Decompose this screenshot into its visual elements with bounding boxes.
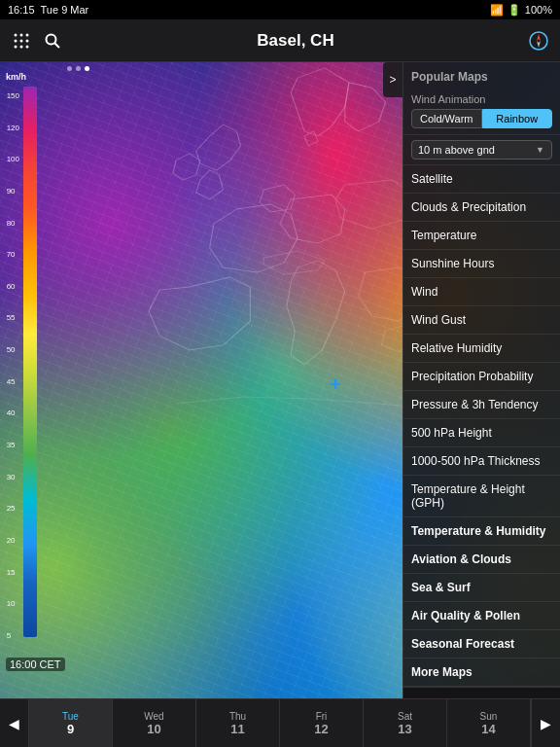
svg-point-6 bbox=[15, 45, 18, 48]
svg-point-5 bbox=[26, 39, 29, 42]
legend-val-35: 35 bbox=[7, 441, 19, 449]
legend-val-150: 150 bbox=[7, 91, 19, 100]
map-item-sunshine[interactable]: Sunshine Hours bbox=[403, 250, 560, 278]
svg-marker-13 bbox=[537, 41, 541, 48]
map-time-label: 16:00 CET bbox=[6, 658, 65, 671]
legend-val-60: 60 bbox=[7, 282, 19, 291]
timeline-day-tue[interactable]: Tue 9 bbox=[29, 699, 113, 747]
legend-val-30: 30 bbox=[7, 473, 19, 481]
extras-section: Wind Animation Sea Level Pressure Gratic… bbox=[403, 687, 560, 698]
compass-icon[interactable] bbox=[525, 27, 552, 54]
map-item-temp-height[interactable]: Temperature & Height (GPH) bbox=[403, 476, 560, 517]
map-cursor: + bbox=[330, 374, 341, 396]
page-title: Basel, CH bbox=[66, 31, 525, 51]
legend-val-80: 80 bbox=[7, 219, 19, 228]
day-name-wed: Wed bbox=[144, 711, 163, 722]
timeline-prev-button[interactable]: ◀ bbox=[0, 699, 29, 747]
day-num-tue: 9 bbox=[67, 722, 74, 736]
timeline-day-sun[interactable]: Sun 14 bbox=[447, 699, 531, 747]
svg-point-0 bbox=[15, 33, 18, 36]
map-item-aviation[interactable]: Aviation & Clouds bbox=[403, 546, 560, 574]
legend-val-15: 15 bbox=[7, 568, 19, 577]
day-num-thu: 11 bbox=[230, 722, 244, 736]
timeline-day-thu[interactable]: Thu 11 bbox=[196, 699, 280, 747]
svg-line-10 bbox=[55, 43, 60, 48]
cold-warm-toggle[interactable]: Cold/Warm bbox=[411, 109, 482, 128]
wind-animation-row: Wind Animation Cold/Warm Rainbow bbox=[403, 88, 560, 135]
status-day: Tue 9 Mar bbox=[41, 4, 89, 16]
wind-animation-label: Wind Animation bbox=[411, 93, 552, 105]
map-item-temperature[interactable]: Temperature bbox=[403, 222, 560, 250]
dots-indicator bbox=[0, 62, 157, 74]
battery-level: 100% bbox=[525, 4, 552, 16]
height-dropdown-row: 10 m above gnd 100 m above gnd 500 hPa 8… bbox=[403, 135, 560, 165]
height-select[interactable]: 10 m above gnd 100 m above gnd 500 hPa 8… bbox=[411, 140, 552, 160]
dot-1 bbox=[67, 66, 72, 71]
day-num-sat: 13 bbox=[398, 722, 411, 736]
day-num-wed: 10 bbox=[147, 722, 160, 736]
legend-val-10: 10 bbox=[7, 599, 19, 608]
right-panel: Popular Maps Wind Animation Cold/Warm Ra… bbox=[402, 62, 560, 698]
svg-point-1 bbox=[20, 33, 23, 36]
timeline-days: Tue 9 Wed 10 Thu 11 Fri 12 Sat 13 Sun 14 bbox=[29, 699, 531, 747]
svg-point-9 bbox=[47, 34, 56, 44]
day-name-fri: Fri bbox=[316, 711, 328, 722]
legend-val-55: 55 bbox=[7, 313, 19, 322]
map-item-air-quality[interactable]: Air Quality & Pollen bbox=[403, 602, 560, 630]
map-item-clouds-precip[interactable]: Clouds & Precipitation bbox=[403, 194, 560, 222]
map-item-temp-humidity[interactable]: Temperature & Humidity bbox=[403, 517, 560, 546]
map-item-seasonal[interactable]: Seasonal Forecast bbox=[403, 630, 560, 658]
timeline-day-fri[interactable]: Fri 12 bbox=[280, 699, 364, 747]
legend-val-25: 25 bbox=[7, 504, 19, 513]
map-item-pressure[interactable]: Pressure & 3h Tendency bbox=[403, 391, 560, 419]
map-item-thickness[interactable]: 1000-500 hPa Thickness bbox=[403, 447, 560, 476]
svg-point-4 bbox=[20, 39, 23, 42]
legend-val-45: 45 bbox=[7, 377, 19, 386]
battery-icon: 🔋 bbox=[508, 4, 521, 17]
panel-toggle-button[interactable]: > bbox=[383, 62, 402, 97]
map-item-humidity[interactable]: Relative Humidity bbox=[403, 335, 560, 363]
dot-3 bbox=[85, 66, 89, 71]
timeline: ◀ Tue 9 Wed 10 Thu 11 Fri 12 Sat 13 Sun … bbox=[0, 698, 560, 747]
popular-maps-title: Popular Maps bbox=[403, 62, 560, 88]
timeline-day-wed[interactable]: Wed 10 bbox=[113, 699, 196, 747]
day-name-thu: Thu bbox=[229, 711, 246, 722]
map-legend: km/h 150 120 100 90 80 70 60 55 50 45 40… bbox=[6, 72, 37, 640]
svg-marker-12 bbox=[537, 34, 541, 41]
svg-point-3 bbox=[15, 39, 18, 42]
status-bar: 16:15 Tue 9 Mar 📶 🔋 100% bbox=[0, 0, 560, 19]
header: Basel, CH bbox=[0, 19, 560, 62]
timeline-next-button[interactable]: ▶ bbox=[531, 699, 560, 747]
day-num-sun: 14 bbox=[481, 722, 495, 736]
map-item-500hpa[interactable]: 500 hPa Height bbox=[403, 419, 560, 447]
svg-point-2 bbox=[26, 33, 29, 36]
map-item-satellite[interactable]: Satellite bbox=[403, 165, 560, 194]
map-item-precip-prob[interactable]: Precipitation Probability bbox=[403, 363, 560, 391]
svg-point-8 bbox=[26, 45, 29, 48]
timeline-day-sat[interactable]: Sat 13 bbox=[364, 699, 447, 747]
dot-2 bbox=[76, 66, 81, 71]
map-item-wind-gust[interactable]: Wind Gust bbox=[403, 306, 560, 335]
svg-point-7 bbox=[20, 45, 23, 48]
legend-val-50: 50 bbox=[7, 345, 19, 354]
rainbow-toggle[interactable]: Rainbow bbox=[482, 109, 553, 128]
day-name-sun: Sun bbox=[480, 711, 498, 722]
map-item-sea-surf[interactable]: Sea & Surf bbox=[403, 574, 560, 602]
map-item-wind[interactable]: Wind bbox=[403, 278, 560, 306]
status-time: 16:15 bbox=[8, 4, 35, 16]
day-num-fri: 12 bbox=[314, 722, 328, 736]
day-name-tue: Tue bbox=[62, 711, 79, 722]
legend-val-90: 90 bbox=[7, 187, 19, 196]
legend-val-120: 120 bbox=[7, 124, 19, 132]
map-item-more-maps[interactable]: More Maps bbox=[403, 658, 560, 687]
search-icon[interactable] bbox=[39, 27, 66, 54]
day-name-sat: Sat bbox=[398, 711, 412, 722]
legend-val-70: 70 bbox=[7, 250, 19, 259]
height-dropdown-wrapper: 10 m above gnd 100 m above gnd 500 hPa 8… bbox=[411, 140, 552, 160]
wifi-icon: 📶 bbox=[490, 4, 504, 17]
grid-icon[interactable] bbox=[8, 27, 35, 54]
color-toggle-group: Cold/Warm Rainbow bbox=[411, 109, 552, 128]
legend-val-40: 40 bbox=[7, 409, 19, 417]
legend-val-5: 5 bbox=[7, 631, 19, 640]
legend-val-20: 20 bbox=[7, 536, 19, 545]
